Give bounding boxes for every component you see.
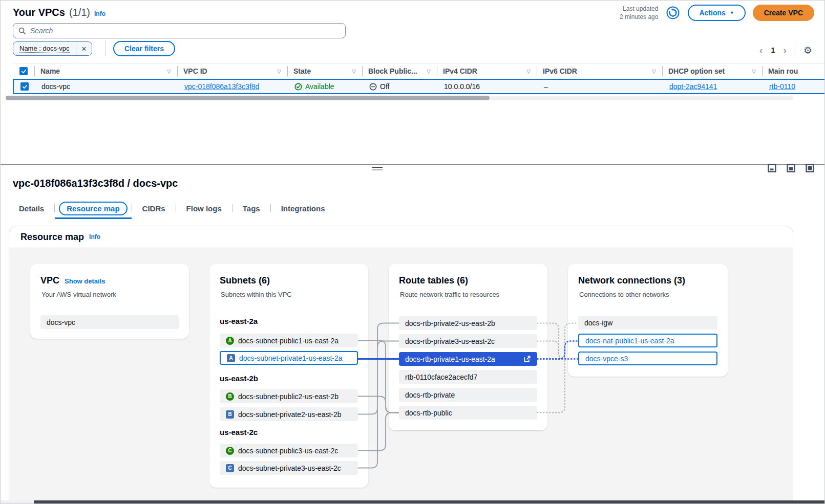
- toolbar-divider: [105, 41, 105, 56]
- column-header-vpc-id[interactable]: VPC ID ▽: [177, 63, 287, 79]
- tab-tags[interactable]: Tags: [232, 204, 270, 213]
- create-vpc-button[interactable]: Create VPC: [753, 5, 814, 21]
- network-connections-column-subtitle: Connections to other networks: [579, 291, 669, 298]
- select-all-checkbox[interactable]: [19, 67, 28, 75]
- next-page-button[interactable]: ›: [783, 45, 787, 55]
- external-link-icon[interactable]: [523, 355, 531, 363]
- subnet-node-public3[interactable]: C docs-subnet-public3-us-east-2c: [220, 444, 358, 457]
- pagination: ‹ 1 › ⚙: [759, 43, 812, 57]
- vpc-column-title: VPC: [40, 275, 59, 286]
- page-title: Your VPCs: [13, 7, 65, 18]
- az-a-public-badge: A: [226, 337, 234, 345]
- search-icon: [18, 27, 26, 35]
- subnet-node-private2[interactable]: B docs-subnet-private2-us-east-2b: [220, 407, 358, 421]
- panel-bottom-medium-button[interactable]: [787, 164, 795, 172]
- remove-filter-button[interactable]: ✕: [76, 42, 92, 55]
- row-checkbox[interactable]: [20, 82, 29, 91]
- tab-resource-map[interactable]: Resource map: [59, 202, 127, 215]
- vpc-column-card: VPC Show details Your AWS virtual networ…: [30, 264, 189, 339]
- window-hscrollbar-thumb[interactable]: [34, 500, 824, 503]
- vpc-node[interactable]: docs-vpc: [40, 315, 179, 329]
- connection-node-vpce-s3[interactable]: docs-vpce-s3: [578, 352, 717, 365]
- panel-bottom-small-button[interactable]: [768, 164, 776, 172]
- actions-button[interactable]: Actions ▼: [688, 5, 745, 21]
- filter-icon[interactable]: ▽: [748, 69, 756, 74]
- split-panel-divider: [1, 164, 824, 165]
- filter-icon[interactable]: ▽: [422, 69, 431, 74]
- last-updated: Last updated 2 minutes ago: [620, 5, 658, 21]
- az-heading: us-east-2b: [220, 374, 258, 383]
- vpc-id-link[interactable]: vpc-018f086a13f3c3f8d: [184, 82, 259, 91]
- previous-page-button[interactable]: ‹: [759, 45, 763, 55]
- tab-cidrs[interactable]: CIDRs: [132, 204, 176, 213]
- route-table-node-private[interactable]: docs-rtb-private: [399, 388, 537, 402]
- resource-map-info-link[interactable]: Info: [89, 233, 100, 240]
- az-b-public-badge: B: [226, 392, 234, 401]
- filter-icon[interactable]: ▽: [163, 69, 171, 74]
- az-b-private-badge: B: [226, 410, 234, 419]
- filter-token[interactable]: Name : docs-vpc ✕: [13, 41, 92, 56]
- az-heading: us-east-2c: [220, 428, 258, 436]
- cell-block-public: Off: [380, 82, 389, 91]
- column-header-ipv4-cidr[interactable]: IPv4 CIDR ▽: [437, 63, 537, 79]
- connection-node-nat[interactable]: docs-nat-public1-us-east-2a: [578, 334, 717, 347]
- tab-details[interactable]: Details: [13, 204, 54, 213]
- route-table-node-main[interactable]: rtb-0110cface2acecfd7: [399, 370, 537, 384]
- vpc-column-subtitle: Your AWS virtual network: [41, 291, 116, 298]
- column-header-main-route-table[interactable]: Main rou: [762, 63, 824, 79]
- split-panel-drag-handle[interactable]: [372, 167, 383, 170]
- detail-panel-title: vpc-018f086a13f3c3f8d / docs-vpc: [13, 178, 178, 189]
- route-table-node-private1-selected[interactable]: docs-rtb-private1-us-east-2a: [399, 352, 537, 366]
- resource-count: (1/1): [69, 7, 90, 18]
- main-route-table-link[interactable]: rtb-0110: [769, 82, 795, 91]
- refresh-icon: [666, 6, 680, 19]
- tab-flow-logs[interactable]: Flow logs: [176, 204, 232, 213]
- table-hscrollbar-thumb[interactable]: [6, 96, 490, 100]
- filter-icon[interactable]: ▽: [648, 69, 656, 74]
- refresh-button[interactable]: [665, 5, 681, 20]
- panel-full-button[interactable]: [806, 164, 814, 172]
- detail-tabs: Details Resource map CIDRs Flow logs Tag…: [13, 200, 335, 216]
- pagination-divider: [795, 43, 795, 57]
- column-header-state[interactable]: State ▽: [287, 63, 362, 79]
- header-actions: Last updated 2 minutes ago Actions ▼ Cre…: [620, 5, 814, 21]
- show-details-link[interactable]: Show details: [65, 277, 105, 285]
- route-tables-column-subtitle: Route network traffic to resources: [400, 291, 499, 298]
- filter-icon[interactable]: ▽: [522, 69, 531, 74]
- subnet-node-public1[interactable]: A docs-subnet-public1-us-east-2a: [220, 334, 358, 347]
- az-c-public-badge: C: [226, 447, 234, 455]
- az-heading: us-east-2a: [220, 317, 258, 325]
- column-header-block-public[interactable]: Block Public... ▽: [362, 63, 437, 79]
- clear-filters-button[interactable]: Clear filters: [113, 41, 175, 56]
- table-header-row: Name ▽ VPC ID ▽ State ▽ Block Public... …: [13, 63, 824, 79]
- preferences-gear-icon[interactable]: ⚙: [803, 46, 812, 55]
- network-connections-column-title: Network connections (3): [578, 275, 685, 286]
- current-page: 1: [771, 46, 775, 54]
- route-table-node-private2[interactable]: docs-rtb-private2-us-east-2b: [399, 316, 537, 330]
- select-all-checkbox-cell: [13, 63, 34, 79]
- panel-layout-controls: [768, 164, 814, 172]
- dhcp-option-set-link[interactable]: dopt-2ac94141: [669, 82, 717, 91]
- subnets-column-card: Subnets (6) Subnets within this VPC us-e…: [209, 264, 368, 488]
- search-input[interactable]: Search: [13, 23, 346, 38]
- subnet-node-private1-selected[interactable]: A docs-subnet-private1-us-east-2a: [220, 351, 358, 365]
- table-row[interactable]: docs-vpc vpc-018f086a13f3c3f8d Available…: [13, 79, 824, 94]
- subnet-node-public2[interactable]: B docs-subnet-public2-us-east-2b: [220, 389, 358, 403]
- network-connections-column-card: Network connections (3) Connections to o…: [568, 264, 728, 377]
- column-header-dhcp-option-set[interactable]: DHCP option set ▽: [662, 63, 762, 79]
- tab-integrations[interactable]: Integrations: [271, 204, 335, 213]
- subnets-column-title: Subnets (6): [220, 275, 270, 286]
- filter-token-label: Name : docs-vpc: [19, 45, 70, 53]
- vpc-table: Name ▽ VPC ID ▽ State ▽ Block Public... …: [13, 63, 824, 94]
- route-table-node-private3[interactable]: docs-rtb-private3-us-east-2c: [399, 334, 537, 348]
- column-header-name[interactable]: Name ▽: [34, 63, 177, 79]
- status-badge: Available: [305, 82, 334, 91]
- route-table-node-public[interactable]: docs-rtb-public: [399, 406, 537, 420]
- info-link[interactable]: Info: [94, 10, 105, 17]
- connection-node-igw[interactable]: docs-igw: [578, 316, 717, 330]
- filter-icon[interactable]: ▽: [348, 69, 356, 74]
- filter-icon[interactable]: ▽: [273, 69, 281, 74]
- off-icon: [369, 83, 377, 91]
- column-header-ipv6-cidr[interactable]: IPv6 CIDR ▽: [537, 63, 662, 79]
- subnet-node-private3[interactable]: C docs-subnet-private3-us-east-2c: [220, 461, 358, 475]
